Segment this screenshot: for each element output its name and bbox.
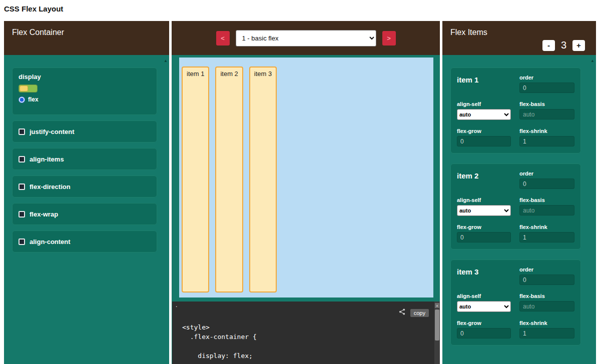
item-2-flex-basis-field: flex-basis <box>519 197 574 216</box>
flex-grow-label: flex-grow <box>457 224 511 230</box>
share-icon[interactable] <box>398 308 406 318</box>
code-toolbar: copy <box>398 308 429 318</box>
preview-header: < 1 - basic flex > <box>172 21 440 55</box>
prev-example-button[interactable]: < <box>216 31 230 46</box>
flex-basis-label: flex-basis <box>519 293 574 299</box>
align-self-label: align-self <box>457 101 511 107</box>
item-3-title: item 3 <box>457 266 511 285</box>
flex-wrap-checkbox[interactable] <box>19 211 25 218</box>
code-block: <style> .flex-container { display: flex; <box>182 322 257 360</box>
scroll-up-arrow[interactable]: ▲ <box>164 59 168 63</box>
item-3-order-field: order <box>519 266 574 285</box>
flex-shrink-label: flex-shrink <box>519 128 574 134</box>
flex-grow-label: flex-grow <box>457 128 511 134</box>
display-toggle-knob <box>20 86 28 92</box>
order-label: order <box>519 74 574 80</box>
item-3-order-input[interactable] <box>519 274 574 285</box>
item-2-order-field: order <box>519 170 574 189</box>
copy-button[interactable]: copy <box>410 309 429 317</box>
item-3-flex-grow-field: flex-grow <box>457 320 511 338</box>
item-1-flex-grow-field: flex-grow <box>457 128 511 146</box>
item-3-flex-basis-input[interactable] <box>519 301 574 312</box>
scroll-up-arrow[interactable]: ▲ <box>590 59 594 63</box>
section-flex-wrap: flex-wrap <box>12 203 157 225</box>
section-flex-direction: flex-direction <box>12 176 157 198</box>
section-justify-content: justify-content <box>12 120 157 142</box>
code-scroll-up-arrow[interactable]: ▲ <box>435 303 439 308</box>
flex-container-panel: Flex Container ▲ display flex justify-co… <box>4 21 169 364</box>
item-1-flex-grow-input[interactable] <box>457 136 511 146</box>
preview-flex-item-2: item 2 <box>215 66 243 292</box>
item-3-flex-shrink-field: flex-shrink <box>519 320 574 338</box>
page-title: CSS Flex Layout <box>4 4 63 13</box>
item-2-align-self-select[interactable]: auto <box>457 205 511 216</box>
item-card-2: item 2 order align-self auto flex-basis … <box>450 164 581 250</box>
item-1-align-self-select[interactable]: auto <box>457 109 511 120</box>
align-content-label: align-content <box>30 238 71 246</box>
flex-shrink-label: flex-shrink <box>519 320 574 326</box>
align-content-checkbox[interactable] <box>19 238 25 245</box>
display-section: display flex <box>12 68 157 115</box>
item-2-flex-shrink-field: flex-shrink <box>519 224 574 242</box>
display-label: display <box>19 73 151 80</box>
section-align-content: align-content <box>12 230 157 252</box>
page: CSS Flex Layout Flex Container ▲ display… <box>0 0 600 364</box>
flex-direction-label: flex-direction <box>30 183 71 190</box>
section-align-items: align-items <box>12 148 157 170</box>
flex-direction-checkbox[interactable] <box>19 184 25 190</box>
item-card-1: item 1 order align-self auto flex-basis … <box>450 68 581 154</box>
justify-content-checkbox[interactable] <box>19 128 25 135</box>
item-3-flex-grow-input[interactable] <box>457 328 511 338</box>
item-1-order-field: order <box>519 74 574 93</box>
flex-items-title: Flex Items <box>450 28 487 36</box>
display-flex-radio-label: flex <box>28 96 39 103</box>
item-1-flex-shrink-input[interactable] <box>519 136 574 146</box>
add-item-button[interactable]: + <box>572 40 585 51</box>
flex-container-title: Flex Container <box>12 28 64 36</box>
item-2-order-input[interactable] <box>519 178 574 189</box>
code-scroll-thumb[interactable] <box>435 310 439 340</box>
code-scrollbar[interactable]: ▲ <box>434 302 440 364</box>
item-2-flex-grow-field: flex-grow <box>457 224 511 242</box>
item-2-flex-grow-input[interactable] <box>457 232 511 242</box>
flex-container-header: Flex Container <box>4 21 169 55</box>
item-2-flex-shrink-input[interactable] <box>519 232 574 242</box>
example-select[interactable]: 1 - basic flex <box>236 30 376 46</box>
item-1-order-input[interactable] <box>519 82 574 93</box>
item-3-flex-basis-field: flex-basis <box>519 293 574 312</box>
justify-content-label: justify-content <box>30 128 75 136</box>
flex-items-panel: Flex Items - 3 + ▲ item 1 order align-se… <box>442 21 596 364</box>
flex-preview-container: item 1 item 2 item 3 <box>179 58 433 298</box>
preview-panel: < 1 - basic flex > item 1 item 2 item 3 … <box>172 21 440 364</box>
item-1-align-self-field: align-self auto <box>457 101 511 120</box>
flex-basis-label: flex-basis <box>519 101 574 107</box>
next-example-button[interactable]: > <box>382 31 396 46</box>
item-2-flex-basis-input[interactable] <box>519 205 574 216</box>
preview-flex-item-1: item 1 <box>182 66 209 292</box>
display-flex-radio[interactable] <box>19 96 25 103</box>
code-line: <style> <box>182 322 257 332</box>
item-1-flex-basis-field: flex-basis <box>519 101 574 120</box>
flex-items-header: Flex Items - 3 + <box>442 21 596 55</box>
item-1-flex-shrink-field: flex-shrink <box>519 128 574 146</box>
flex-wrap-label: flex-wrap <box>30 210 58 218</box>
item-3-flex-shrink-input[interactable] <box>519 328 574 338</box>
align-items-checkbox[interactable] <box>19 156 25 162</box>
item-card-3: item 3 order align-self auto flex-basis … <box>450 260 581 346</box>
align-self-label: align-self <box>457 293 511 299</box>
preview-flex-item-3: item 3 <box>249 66 277 292</box>
code-line: display: flex; <box>182 351 257 360</box>
align-items-label: align-items <box>30 156 64 163</box>
remove-item-button[interactable]: - <box>542 40 555 51</box>
code-line: .flex-container { <box>182 332 257 342</box>
item-count: 3 <box>561 40 566 51</box>
item-3-align-self-field: align-self auto <box>457 293 511 312</box>
display-toggle[interactable] <box>19 84 38 92</box>
display-flex-radio-row: flex <box>19 96 151 103</box>
order-label: order <box>519 170 574 176</box>
flex-items-body: ▲ item 1 order align-self auto flex-basi… <box>442 55 596 364</box>
item-count-controls: - 3 + <box>542 40 585 51</box>
item-3-align-self-select[interactable]: auto <box>457 301 511 312</box>
item-1-flex-basis-input[interactable] <box>519 109 574 120</box>
order-label: order <box>519 266 574 272</box>
